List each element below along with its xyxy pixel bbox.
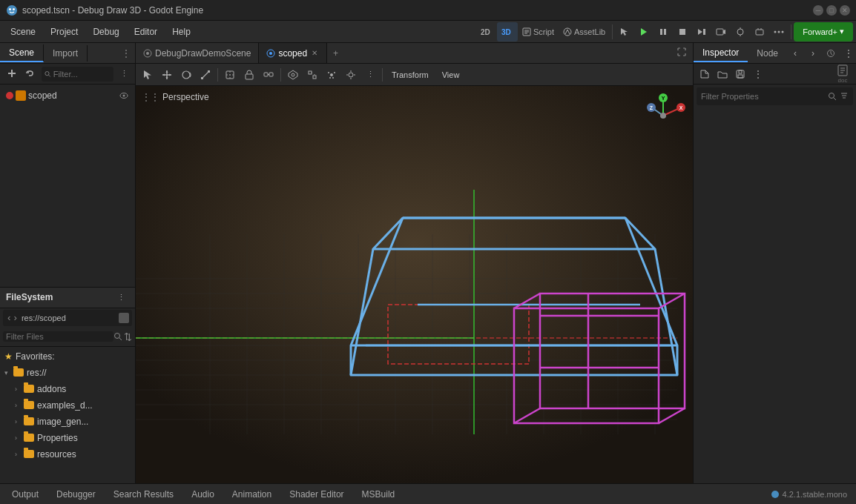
- svg-point-66: [334, 72, 335, 73]
- svg-rect-50: [208, 70, 210, 73]
- rotate-tool-button[interactable]: [177, 66, 195, 84]
- group-button[interactable]: [260, 66, 277, 84]
- particles-button[interactable]: [323, 66, 340, 84]
- fs-arrow-icon: ›: [15, 451, 24, 458]
- renderer-button[interactable]: Forward+ ▾: [794, 22, 853, 42]
- fs-back-button[interactable]: ‹: [6, 312, 12, 323]
- sun-button[interactable]: [342, 66, 360, 84]
- bottom-tab-output[interactable]: Output: [3, 484, 47, 504]
- filesystem-options-button[interactable]: ⋮: [113, 291, 129, 304]
- assetlib-button[interactable]: AssetLib: [559, 22, 610, 42]
- select-tool-vp-button[interactable]: [139, 66, 157, 84]
- tab-node[interactable]: Node: [748, 45, 787, 62]
- fs-item-imagegen[interactable]: › image_gen...: [0, 414, 135, 430]
- mode-2d-button[interactable]: 2D: [476, 22, 497, 42]
- history-prev-button[interactable]: ‹: [787, 45, 803, 62]
- snap-button[interactable]: [303, 66, 321, 84]
- move-icon: [162, 70, 172, 80]
- stop-button[interactable]: [673, 22, 692, 42]
- fs-item-examples[interactable]: › examples_d...: [0, 397, 135, 414]
- step-button[interactable]: [692, 22, 711, 42]
- svg-rect-17: [717, 29, 723, 35]
- viewport-3d[interactable]: ⋮⋮ Perspective Y X Z: [136, 86, 693, 483]
- fullscreen-button[interactable]: [671, 44, 693, 62]
- menu-project[interactable]: Project: [43, 24, 85, 40]
- fs-item-resources[interactable]: › resources: [0, 446, 135, 462]
- minimize-button[interactable]: ─: [813, 5, 823, 16]
- fs-item-favorites[interactable]: ★ Favorites:: [0, 348, 135, 365]
- transform-label-button[interactable]: Transform: [386, 70, 435, 79]
- menu-editor[interactable]: Editor: [127, 24, 165, 40]
- bottom-tab-search-results[interactable]: Search Results: [105, 484, 182, 504]
- bottom-tab-animation[interactable]: Animation: [223, 484, 280, 504]
- tab-import[interactable]: Import: [44, 45, 88, 62]
- filter-settings-button[interactable]: [840, 91, 849, 102]
- rotate-icon: [181, 70, 191, 80]
- tree-item-scoped[interactable]: scoped: [0, 87, 135, 104]
- filter-properties-input[interactable]: [701, 92, 825, 101]
- viewport-toolbar: ⋮ Transform View: [136, 64, 693, 86]
- deploy-button[interactable]: [750, 22, 769, 42]
- scene-options-button[interactable]: ⋮: [116, 67, 132, 80]
- more-options-button[interactable]: [769, 22, 788, 42]
- script-button[interactable]: Script: [518, 22, 559, 42]
- tab-scene[interactable]: Scene: [0, 44, 44, 62]
- svg-rect-61: [313, 76, 316, 79]
- inspector-options-button[interactable]: ⋮: [840, 45, 856, 62]
- debug-movie-button[interactable]: [711, 22, 731, 42]
- tab-close-button[interactable]: ✕: [310, 49, 319, 57]
- add-tab-button[interactable]: +: [327, 45, 344, 62]
- open-file-button[interactable]: [714, 66, 731, 82]
- fs-item-addons[interactable]: › addons: [0, 381, 135, 397]
- fs-item-properties[interactable]: › Properties: [0, 430, 135, 446]
- transform-mode-button[interactable]: [221, 66, 239, 84]
- new-file-button[interactable]: [697, 66, 713, 82]
- fs-filter-input[interactable]: [3, 331, 113, 342]
- left-panel: Scene Import ⋮: [0, 43, 136, 483]
- settings-icon: [840, 91, 849, 100]
- close-button[interactable]: ✕: [840, 5, 850, 16]
- perspective-text: Perspective: [162, 92, 209, 102]
- bottom-tab-audio[interactable]: Audio: [182, 484, 223, 504]
- maximize-button[interactable]: □: [826, 5, 837, 16]
- pause-button[interactable]: [653, 22, 673, 42]
- lock-button[interactable]: [240, 66, 258, 84]
- tab-debugdrawdemoscene[interactable]: DebugDrawDemoScene: [136, 43, 259, 63]
- tab-inspector[interactable]: Inspector: [694, 44, 748, 62]
- play-button[interactable]: [634, 22, 653, 42]
- eye-icon[interactable]: [119, 90, 129, 101]
- remote-debug-button[interactable]: [731, 22, 750, 42]
- select-tool-button[interactable]: [615, 22, 634, 42]
- doc-button[interactable]: doc: [832, 64, 853, 84]
- view-label-button[interactable]: View: [436, 70, 466, 79]
- bottom-tab-debugger[interactable]: Debugger: [47, 484, 105, 504]
- scene-tab-menu-button[interactable]: ⋮: [117, 45, 135, 62]
- fs-forward-button[interactable]: ›: [12, 312, 18, 323]
- menu-scene[interactable]: Scene: [3, 24, 43, 40]
- scale-tool-button[interactable]: [197, 66, 214, 84]
- fs-item-res[interactable]: ▾ res://: [0, 365, 135, 381]
- fs-sort-button[interactable]: ⇅: [124, 331, 132, 342]
- vp-more-button[interactable]: ⋮: [361, 66, 379, 84]
- history-next-button[interactable]: ›: [805, 45, 821, 62]
- menubar: Scene Project Debug Editor Help 2D 3D Sc…: [0, 21, 856, 43]
- inspector-history-button[interactable]: [823, 45, 839, 62]
- save-file-button[interactable]: [732, 66, 748, 82]
- filter-properties: [697, 87, 853, 105]
- perspective-label[interactable]: ⋮⋮ Perspective: [142, 92, 209, 102]
- fs-arrow-icon: ›: [15, 385, 24, 393]
- stop-icon: [677, 27, 688, 37]
- mode-3d-button[interactable]: 3D: [497, 22, 518, 42]
- folder-icon: [24, 450, 34, 458]
- move-tool-button[interactable]: [158, 66, 176, 84]
- scene-filter-input[interactable]: [53, 70, 111, 79]
- add-node-button[interactable]: [3, 67, 21, 82]
- mesh-button[interactable]: [284, 66, 302, 84]
- inspector-more-button[interactable]: ⋮: [750, 66, 766, 82]
- bottom-tab-msbuild[interactable]: MSBuild: [353, 484, 404, 504]
- menu-debug[interactable]: Debug: [85, 24, 126, 40]
- tab-scoped[interactable]: scoped ✕: [259, 43, 327, 63]
- link-node-button[interactable]: [21, 67, 39, 82]
- bottom-tab-shader-editor[interactable]: Shader Editor: [280, 484, 352, 504]
- menu-help[interactable]: Help: [165, 24, 198, 40]
